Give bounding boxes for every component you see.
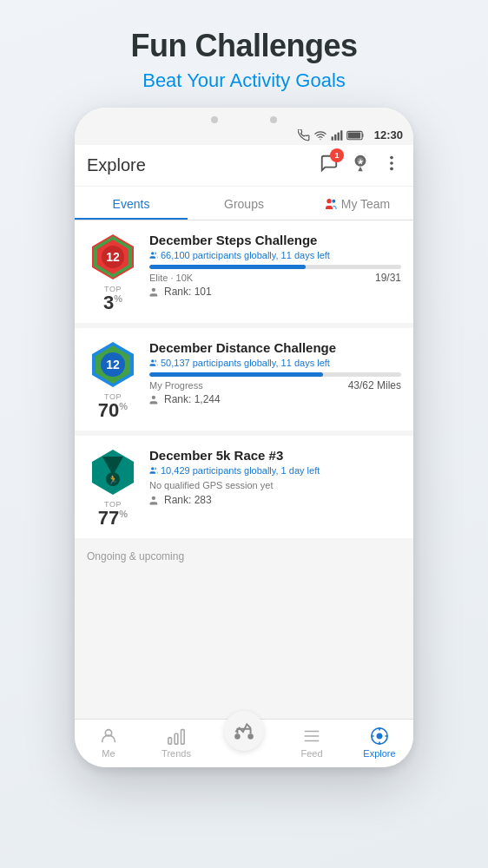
tab-events[interactable]: Events [75, 187, 188, 220]
svg-point-42 [377, 733, 382, 739]
nav-activity-icon-wrap [224, 711, 264, 751]
svg-rect-5 [348, 132, 360, 138]
card-title-distance: December Distance Challenge [149, 340, 401, 355]
rank-steps: Rank: 101 [149, 286, 401, 298]
svg-rect-1 [334, 134, 336, 140]
notification-badge: 1 [330, 148, 344, 162]
card-participants-distance: 50,137 participants globally, 11 days le… [149, 358, 401, 368]
section-label: Ongoing & upcoming [75, 543, 413, 569]
progress-label-steps: Elite · 10K [149, 273, 193, 283]
svg-point-12 [332, 200, 335, 203]
phone-top-bar [75, 108, 413, 123]
nav-feed-label: Feed [300, 748, 322, 759]
svg-point-36 [247, 733, 254, 740]
card-info-steps: December Steps Challenge 66,100 particip… [149, 233, 401, 298]
nav-explore[interactable]: Explore [346, 727, 413, 759]
page-header: Fun Challenges Beat Your Activity Goals [113, 0, 374, 108]
app-header: Explore 1 [75, 145, 413, 187]
challenge-card-race: 🏃 TOP 77% December 5k Race #3 10,429 par… [75, 436, 413, 538]
more-options-button[interactable] [382, 154, 401, 177]
svg-rect-2 [337, 132, 339, 140]
battery-icon [346, 130, 366, 141]
status-time: 12:30 [374, 128, 403, 141]
bottom-nav: Me Trends Feed Explore [75, 719, 413, 767]
svg-point-11 [326, 199, 331, 203]
top-percent-steps: 3% [103, 293, 122, 312]
svg-point-37 [234, 733, 241, 740]
wifi-icon [313, 129, 327, 141]
nav-trends-label: Trends [162, 748, 191, 759]
card-title-race: December 5k Race #3 [149, 448, 401, 463]
nav-feed[interactable]: Feed [278, 727, 346, 759]
progress-label-race: No qualified GPS session yet [149, 480, 273, 490]
scroll-content[interactable]: 12 TOP 3% December Steps Challenge 66,10… [75, 220, 413, 719]
hex-badge-steps: 12 [89, 233, 137, 281]
card-participants-race: 10,429 participants globally, 1 day left [149, 465, 401, 476]
call-icon [298, 129, 310, 141]
progress-fill-distance [149, 372, 323, 377]
svg-point-9 [390, 161, 393, 165]
card-title-steps: December Steps Challenge [149, 233, 401, 247]
rank-race: Rank: 283 [149, 494, 401, 506]
card-info-race: December 5k Race #3 10,429 participants … [149, 448, 401, 506]
challenge-card-distance: 12 TOP 70% December Distance Challenge 5… [75, 328, 413, 431]
svg-text:12: 12 [106, 250, 120, 264]
svg-point-24 [151, 359, 154, 362]
svg-point-18 [151, 252, 154, 254]
badge-container-race: 🏃 TOP 77% [87, 448, 139, 528]
svg-point-19 [152, 287, 155, 291]
top-percent-race: 77% [98, 509, 128, 528]
signal-icon [331, 129, 343, 141]
tab-myteam[interactable]: My Team [300, 187, 413, 220]
page-title: Fun Challenges [130, 28, 357, 64]
phone-dot-right [270, 116, 277, 123]
svg-text:12: 12 [106, 358, 120, 372]
svg-rect-0 [331, 136, 333, 141]
nav-trends[interactable]: Trends [142, 727, 210, 759]
team-icon [324, 197, 338, 211]
card-participants-steps: 66,100 participants globally, 11 days le… [149, 250, 401, 260]
tab-bar: Events Groups My Team [75, 187, 413, 220]
top-percent-distance: 70% [98, 401, 128, 420]
phone-frame: 12:30 Explore 1 Events Groups [75, 108, 413, 767]
phone-dot-left [211, 116, 218, 123]
progress-fill-steps [149, 265, 306, 269]
progress-bar-steps [149, 265, 401, 269]
nav-explore-label: Explore [363, 748, 395, 759]
rank-distance: Rank: 1,244 [149, 393, 401, 405]
svg-point-10 [390, 168, 393, 171]
status-bar: 12:30 [75, 123, 413, 145]
svg-rect-33 [168, 738, 172, 744]
svg-rect-3 [340, 130, 342, 141]
progress-label-distance: My Progress [149, 380, 203, 391]
svg-point-30 [151, 467, 154, 470]
progress-value-steps: 19/31 [375, 272, 401, 284]
svg-point-31 [152, 496, 155, 499]
svg-rect-34 [175, 733, 178, 744]
svg-point-25 [152, 395, 155, 398]
svg-point-8 [390, 156, 393, 160]
hex-badge-race: 🏃 [89, 448, 137, 496]
progress-bar-distance [149, 372, 401, 377]
nav-me-label: Me [102, 748, 115, 759]
notifications-button[interactable]: 1 [320, 154, 339, 177]
medals-button[interactable] [351, 154, 370, 177]
status-icons [298, 129, 366, 141]
card-info-distance: December Distance Challenge 50,137 parti… [149, 340, 401, 405]
tab-groups[interactable]: Groups [188, 187, 300, 220]
challenge-card-steps: 12 TOP 3% December Steps Challenge 66,10… [75, 220, 413, 323]
nav-activity[interactable] [210, 727, 278, 759]
nav-me[interactable]: Me [75, 727, 142, 759]
svg-text:🏃: 🏃 [108, 474, 119, 485]
badge-container-steps: 12 TOP 3% [87, 233, 139, 312]
hex-badge-distance: 12 [89, 340, 137, 389]
app-header-title: Explore [87, 155, 320, 175]
progress-value-distance: 43/62 Miles [348, 379, 401, 391]
badge-container-distance: 12 TOP 70% [87, 340, 139, 420]
page-subtitle: Beat Your Activity Goals [130, 69, 357, 92]
svg-rect-35 [181, 730, 185, 745]
header-icons: 1 [320, 154, 401, 177]
